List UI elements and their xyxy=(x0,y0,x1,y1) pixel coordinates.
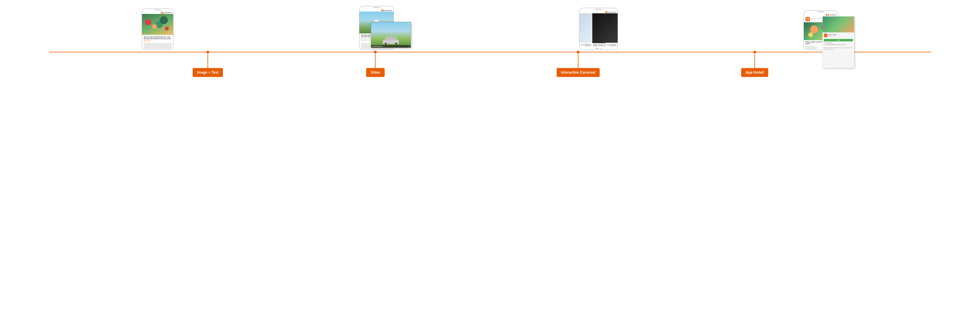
progress-bar[interactable] xyxy=(372,46,407,46)
smartfeed-header-2: Smartfeed xyxy=(360,9,393,11)
smartfeed-dot-large-2 xyxy=(381,10,383,11)
carousel-item-bag: And every accessory to complete your loo… xyxy=(605,13,617,47)
label-spacer xyxy=(49,68,931,82)
main-container: Smartfeed Spice up your night with delic… xyxy=(0,0,980,92)
phone-speaker-3 xyxy=(595,9,602,10)
label-video: Video xyxy=(366,68,385,77)
timeline-dot-image-text xyxy=(207,51,209,54)
connector-carousel xyxy=(578,54,579,68)
app-store-stars: ★★★☆ xyxy=(828,35,833,37)
popup-video-bg: 🔊 xyxy=(371,22,410,48)
label-image-text: Image + Text xyxy=(192,68,223,77)
connectors-section xyxy=(49,54,931,68)
label-carousel: Interactive Carousel xyxy=(557,68,600,77)
phone-gray-placeholder xyxy=(144,43,172,49)
carousel-items-container: With a pop of color button down SHOP NOW… xyxy=(579,13,617,47)
app-store-header-img xyxy=(822,16,854,32)
carousel-dot-1[interactable] xyxy=(595,48,596,49)
app-store-popup: Forks + Knives ★★★☆ 4.8 Install xyxy=(822,16,854,68)
smartfeed-dot-large xyxy=(161,12,162,14)
app-store-stars-row: ★★★☆ 4.8 xyxy=(828,35,837,37)
app-store-option-2: This app is available for all your devic… xyxy=(824,44,853,45)
carousel-shop-btn-3[interactable]: SHOP NOW xyxy=(609,44,617,46)
smartfeed-dot-large-4 xyxy=(826,14,827,16)
image-text-subtext: Home Fresh xyxy=(144,40,172,41)
video-popup: ✕ 🔊 xyxy=(371,22,411,48)
progress-fill xyxy=(372,46,383,46)
carousel-dot-2[interactable] xyxy=(597,48,598,49)
phone-speaker-2 xyxy=(373,7,380,8)
phone-top-bar-4 xyxy=(804,11,838,13)
timeline-section xyxy=(49,50,931,54)
timeline-dot-carousel xyxy=(577,51,579,54)
smartfeed-dot-large-3 xyxy=(605,11,607,13)
carousel-shirt-info: With a pop of color button down SHOP NOW xyxy=(579,43,592,47)
app-store-icon-inner xyxy=(825,35,826,36)
app-icon-inner xyxy=(807,18,809,20)
phone-top-bar-2 xyxy=(360,6,393,9)
smartfeed-dot-small-3 xyxy=(608,12,609,13)
phone-top-bar-3 xyxy=(579,8,617,11)
smartfeed-dot-small-4 xyxy=(828,14,829,16)
image-text-phone: Smartfeed Spice up your night with delic… xyxy=(142,8,173,50)
carousel-dot-5[interactable] xyxy=(601,48,602,49)
label-badge-image-text[interactable]: Image + Text xyxy=(192,68,223,77)
option-label-2: This app is available for all your devic… xyxy=(826,44,845,45)
phone-speaker xyxy=(154,10,161,10)
smartfeed-dot-small-2 xyxy=(383,10,385,11)
label-badge-video[interactable]: Video xyxy=(366,68,385,77)
car-wheel-right xyxy=(395,43,397,45)
carousel-shop-btn-1[interactable]: SHOP NOW xyxy=(584,44,591,46)
app-store-option-1: Add to Wishlist xyxy=(824,42,853,43)
smartfeed-icon-4 xyxy=(826,14,829,16)
smartfeed-icon-3 xyxy=(605,11,609,13)
labels-row: Image + Text Video Interactive Carousel … xyxy=(49,68,931,82)
car-roof xyxy=(385,37,396,40)
app-store-description: Order your favorite restaurant meals and… xyxy=(822,46,854,51)
car-wheel-left xyxy=(385,43,387,45)
carousel-item-shirt: With a pop of color button down SHOP NOW xyxy=(579,13,592,47)
timeline-dot-app-install xyxy=(753,51,756,54)
connector-image-text xyxy=(207,54,208,68)
carousel-boot-info: The perfect black leather bootie SHOP NO… xyxy=(592,43,605,47)
smartfeed-icon-2 xyxy=(381,10,385,11)
connector-app-install xyxy=(754,54,755,68)
label-badge-carousel[interactable]: Interactive Carousel xyxy=(557,68,600,77)
smartfeed-label-4: Smartfeed xyxy=(830,14,836,16)
smartfeed-label-2: Smartfeed xyxy=(385,10,392,11)
carousel-phone: Smartfeed With a pop of color button dow… xyxy=(579,8,618,50)
smartfeed-header-4: Smartfeed xyxy=(804,13,838,16)
phone-speaker-4 xyxy=(818,11,824,12)
popup-close-icon[interactable]: ✕ xyxy=(408,23,410,25)
app-store-name-area: Forks + Knives ★★★☆ 4.8 xyxy=(828,34,837,37)
app-store-title-row: Forks + Knives ★★★☆ 4.8 xyxy=(824,33,853,37)
carousel-shop-btn-2[interactable]: SHOP NOW xyxy=(597,44,604,46)
carousel-dots xyxy=(579,47,617,50)
carousel-phone-col: Smartfeed With a pop of color button dow… xyxy=(579,8,618,50)
phones-timeline-section: Smartfeed Spice up your night with delic… xyxy=(49,6,931,82)
download-now-button[interactable]: Download Now xyxy=(805,46,817,49)
carousel-dot-3[interactable] xyxy=(598,48,599,49)
popup-car xyxy=(383,40,399,44)
app-install-phone-col: Smartfeed Sponsored by: Forks + Knives ★… xyxy=(803,10,838,50)
image-text-headline: Spice up your night with delicious, step… xyxy=(144,36,172,40)
carousel-item-boot: The perfect black leather bootie SHOP NO… xyxy=(592,13,605,47)
smartfeed-header: Smartfeed xyxy=(142,11,173,14)
app-store-icon xyxy=(824,33,827,37)
carousel-dot-4[interactable] xyxy=(600,48,601,49)
image-text-phone-col: Smartfeed Spice up your night with delic… xyxy=(142,8,173,50)
smartfeed-header-3: Smartfeed xyxy=(579,11,617,13)
label-badge-app-install[interactable]: App Install xyxy=(741,68,768,77)
timeline-dot-video xyxy=(374,51,377,54)
app-store-install-button[interactable]: Install xyxy=(824,39,853,41)
app-store-options: Add to Wishlist This app is available fo… xyxy=(824,42,853,45)
volume-icon[interactable]: 🔊 xyxy=(408,46,409,47)
smartfeed-label-3: Smartfeed xyxy=(609,11,616,13)
smartfeed-icon xyxy=(161,12,164,14)
app-store-body: Forks + Knives ★★★☆ 4.8 Install xyxy=(822,32,854,46)
image-text-content: Spice up your night with delicious, step… xyxy=(142,35,173,42)
app-store-rating-count: 4.8 xyxy=(834,35,835,36)
option-check-1 xyxy=(824,42,825,43)
connector-video xyxy=(375,54,375,68)
carousel-bag-info: And every accessory to complete your loo… xyxy=(605,43,617,47)
